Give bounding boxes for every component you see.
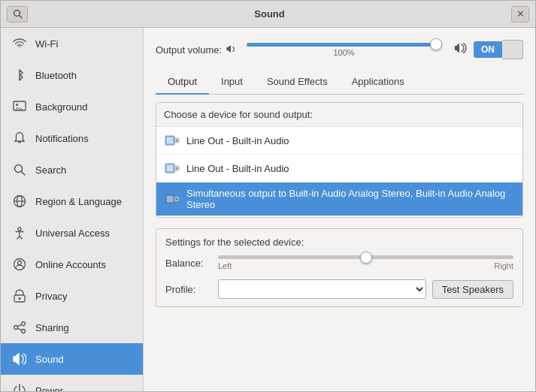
volume-slider[interactable] bbox=[247, 43, 442, 47]
svg-line-1 bbox=[19, 16, 22, 19]
device-label-3: Simultaneous output to Built-in Audio An… bbox=[186, 188, 515, 210]
device-label-2: Line Out - Built-in Audio bbox=[186, 163, 289, 174]
device-section-title: Choose a device for sound output: bbox=[156, 103, 522, 127]
sidebar-item-region[interactable]: Region & Language bbox=[1, 185, 143, 217]
sidebar-label-sound: Sound bbox=[35, 354, 64, 365]
notifications-icon bbox=[11, 130, 28, 146]
device-label-1: Line Out - Built-in Audio bbox=[186, 135, 289, 146]
device-icon-3 bbox=[164, 191, 180, 207]
sidebar-item-background[interactable]: Background bbox=[1, 91, 143, 122]
tab-output[interactable]: Output bbox=[156, 70, 209, 95]
balance-left-label: Left bbox=[218, 261, 232, 270]
balance-container: Left Right bbox=[218, 255, 513, 270]
sidebar-label-search: Search bbox=[35, 164, 66, 176]
toggle-area: ON bbox=[474, 40, 523, 59]
window-title: Sound bbox=[28, 8, 511, 20]
sidebar-label-sharing: Sharing bbox=[35, 322, 69, 333]
svg-point-16 bbox=[22, 330, 26, 333]
tab-input[interactable]: Input bbox=[209, 70, 255, 95]
test-speakers-button[interactable]: Test Speakers bbox=[432, 280, 513, 299]
sidebar-label-universal-access: Universal Access bbox=[35, 228, 110, 239]
region-icon bbox=[11, 193, 28, 210]
sidebar-item-sharing[interactable]: Sharing bbox=[1, 312, 143, 343]
device-section: Choose a device for sound output: Line O… bbox=[156, 102, 523, 218]
sidebar-item-online-accounts[interactable]: Online Accounts bbox=[1, 249, 143, 280]
svg-point-3 bbox=[16, 104, 18, 106]
sidebar-label-notifications: Notifications bbox=[35, 133, 89, 144]
balance-slider[interactable] bbox=[218, 255, 513, 259]
settings-window: Sound ✕ Wi-Fi bbox=[0, 0, 536, 392]
svg-rect-29 bbox=[167, 137, 173, 143]
toggle-off-area[interactable] bbox=[502, 40, 523, 59]
svg-line-5 bbox=[22, 172, 26, 176]
profile-label: Profile: bbox=[165, 284, 218, 295]
online-accounts-icon bbox=[11, 256, 28, 273]
balance-right-label: Right bbox=[494, 261, 513, 270]
svg-rect-33 bbox=[167, 165, 173, 171]
sidebar-item-notifications[interactable]: Notifications bbox=[1, 122, 143, 154]
universal-access-icon bbox=[11, 225, 28, 241]
sidebar-label-bluetooth: Bluetooth bbox=[35, 70, 77, 81]
svg-point-15 bbox=[14, 326, 18, 330]
svg-rect-37 bbox=[167, 196, 173, 202]
sidebar-item-search[interactable]: Search bbox=[1, 154, 143, 185]
titlebar: Sound ✕ bbox=[1, 1, 535, 28]
volume-percent: 100% bbox=[334, 48, 355, 57]
search-button[interactable] bbox=[7, 6, 28, 23]
sidebar-item-universal-access[interactable]: Universal Access bbox=[1, 217, 143, 249]
settings-section-title: Settings for the selected device: bbox=[165, 237, 513, 248]
sidebar-label-privacy: Privacy bbox=[35, 291, 68, 302]
profile-select[interactable] bbox=[218, 279, 426, 299]
tab-applications[interactable]: Applications bbox=[340, 70, 416, 95]
balance-label: Balance: bbox=[165, 258, 218, 269]
sidebar-label-region: Region & Language bbox=[35, 196, 122, 207]
tabs-row: Output Input Sound Effects Applications bbox=[156, 70, 523, 95]
device-list: Line Out - Built-in Audio Line Out - Bui… bbox=[156, 127, 522, 217]
sidebar-label-wifi: Wi-Fi bbox=[35, 38, 58, 50]
privacy-icon bbox=[11, 288, 28, 304]
device-item-2[interactable]: Line Out - Built-in Audio bbox=[156, 155, 522, 182]
svg-point-39 bbox=[176, 198, 178, 201]
volume-high-icon bbox=[454, 43, 468, 56]
sidebar-item-power[interactable]: Power bbox=[1, 375, 143, 391]
svg-rect-2 bbox=[14, 101, 26, 110]
sharing-icon bbox=[11, 319, 28, 336]
tab-sound-effects[interactable]: Sound Effects bbox=[255, 70, 340, 95]
sidebar-label-power: Power bbox=[35, 385, 63, 392]
settings-section: Settings for the selected device: Balanc… bbox=[156, 228, 523, 307]
main-panel: Output volume: 100% bbox=[144, 28, 535, 391]
sidebar-label-background: Background bbox=[35, 101, 87, 113]
volume-label: Output volume: bbox=[156, 44, 222, 56]
background-icon bbox=[11, 98, 28, 115]
balance-labels: Left Right bbox=[218, 261, 513, 270]
device-icon-1 bbox=[164, 132, 180, 149]
bluetooth-icon bbox=[11, 67, 28, 83]
profile-row: Profile: Test Speakers bbox=[165, 279, 513, 299]
volume-row: Output volume: 100% bbox=[156, 40, 523, 59]
sidebar: Wi-Fi Bluetooth Backgr bbox=[1, 28, 144, 391]
svg-point-35 bbox=[176, 167, 178, 170]
device-item-1[interactable]: Line Out - Built-in Audio bbox=[156, 127, 522, 155]
sidebar-item-privacy[interactable]: Privacy bbox=[1, 280, 143, 312]
device-icon-2 bbox=[164, 160, 180, 176]
search-nav-icon bbox=[11, 161, 28, 178]
svg-line-18 bbox=[17, 328, 21, 330]
volume-slider-container: 100% bbox=[240, 43, 448, 57]
svg-point-31 bbox=[176, 140, 178, 142]
svg-point-13 bbox=[19, 297, 21, 300]
content-area: Wi-Fi Bluetooth Backgr bbox=[1, 28, 535, 391]
close-button[interactable]: ✕ bbox=[511, 6, 529, 23]
wifi-icon bbox=[11, 35, 28, 52]
sidebar-item-bluetooth[interactable]: Bluetooth bbox=[1, 59, 143, 91]
sidebar-item-wifi[interactable]: Wi-Fi bbox=[1, 28, 143, 59]
svg-point-14 bbox=[22, 322, 26, 326]
sidebar-item-sound[interactable]: Sound bbox=[1, 343, 143, 375]
svg-point-11 bbox=[18, 261, 22, 265]
svg-line-17 bbox=[17, 324, 21, 327]
sound-icon bbox=[11, 351, 28, 367]
svg-point-9 bbox=[18, 228, 21, 231]
sidebar-label-online-accounts: Online Accounts bbox=[35, 259, 106, 270]
volume-low-icon bbox=[226, 44, 237, 56]
toggle-on-button[interactable]: ON bbox=[474, 41, 502, 58]
device-item-3[interactable]: Simultaneous output to Built-in Audio An… bbox=[156, 182, 522, 216]
